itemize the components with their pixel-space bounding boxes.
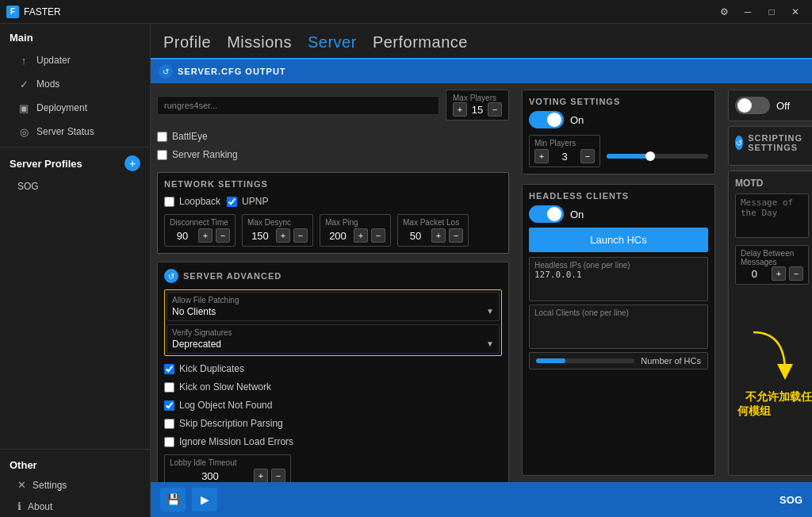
other-section: Other ✕ Settings ℹ About: [0, 449, 150, 517]
kick-duplicates-checkbox[interactable]: [164, 364, 174, 374]
network-settings-block: NETWORK SETTINGS Loopback UPNP: [157, 172, 509, 254]
launch-hcs-button[interactable]: Launch HCs: [529, 228, 708, 252]
max-ping-spinner: Max Ping 200 + −: [320, 214, 391, 247]
battleye-checkbox[interactable]: [157, 132, 167, 142]
delay-plus[interactable]: +: [772, 266, 786, 281]
sidebar-item-server-status[interactable]: ◎ Server Status: [0, 120, 150, 144]
about-label: About: [28, 501, 52, 512]
local-clients-textarea[interactable]: [534, 317, 703, 343]
app-title: FASTER: [24, 6, 714, 17]
maximize-btn[interactable]: □: [761, 4, 782, 20]
delay-minus[interactable]: −: [789, 266, 803, 281]
allow-file-patching-dropdown: Allow File Patching No Clients All Clien…: [167, 292, 500, 321]
loopback-row: Loopback: [164, 193, 220, 209]
ping-plus[interactable]: +: [354, 228, 368, 243]
min-players-minus[interactable]: −: [580, 149, 595, 163]
voting-slider-thumb[interactable]: [645, 151, 655, 161]
skip-description-checkbox[interactable]: [164, 419, 174, 429]
voting-toggle-label: On: [570, 114, 584, 126]
nav-tabs: Profile Missions Server Performance: [151, 24, 812, 59]
scripting-settings-block: ↺ SCRIPTING SETTINGS: [728, 126, 812, 166]
lobby-minus[interactable]: −: [271, 469, 285, 482]
settings-icon: ✕: [17, 479, 26, 491]
left-column: rungres4ser... Max Players + 15 −: [151, 83, 515, 482]
motd-textarea[interactable]: [735, 193, 809, 238]
log-object-checkbox[interactable]: [164, 400, 174, 411]
headless-ips-textarea[interactable]: 127.0.0.1: [534, 270, 703, 295]
settings-label: Settings: [33, 480, 67, 491]
disconnect-minus[interactable]: −: [216, 228, 230, 243]
disconnect-time-spinner: Disconnect Time 90 + −: [164, 214, 236, 247]
sidebar-item-about[interactable]: ℹ About: [0, 496, 150, 517]
tab-profile[interactable]: Profile: [163, 30, 211, 58]
packet-loss-plus[interactable]: +: [431, 228, 446, 243]
three-col-layout: rungres4ser... Max Players + 15 −: [151, 83, 812, 482]
lobby-plus[interactable]: +: [254, 469, 268, 482]
sidebar-profile-sog[interactable]: SOG: [0, 176, 150, 197]
profiles-section-label: Server Profiles: [10, 158, 124, 170]
tab-server[interactable]: Server: [308, 30, 357, 58]
toggle-knob-3: [737, 98, 752, 113]
headless-toggle[interactable]: [529, 205, 564, 223]
sidebar: Main ↑ Updater ✓ Mods ▣ Deployment ◎ Ser…: [0, 24, 151, 517]
headless-toggle-row: On: [529, 205, 708, 223]
desync-minus[interactable]: −: [293, 228, 308, 243]
server-advanced-title: SERVER ADVANCED: [183, 271, 282, 281]
upnp-checkbox[interactable]: [227, 197, 237, 207]
sidebar-item-settings[interactable]: ✕ Settings: [0, 474, 150, 496]
motd-title: MOTD: [735, 178, 809, 189]
main-content: Profile Missions Server Performance ↺ SE…: [151, 24, 812, 517]
headless-toggle-label: On: [570, 209, 584, 220]
voting-settings-block: VOTING SETTINGS On Min Players +: [522, 90, 715, 174]
number-of-hcs-block: Number of HCs: [529, 352, 708, 370]
right-toggle[interactable]: [735, 97, 770, 114]
ping-minus[interactable]: −: [371, 228, 385, 243]
kick-slow-network-label: Kick on Slow Network: [179, 381, 271, 393]
play-button[interactable]: ▶: [192, 488, 217, 511]
titlebar: F FASTER ⚙ ─ □ ✕: [0, 0, 812, 24]
min-players-plus[interactable]: +: [534, 149, 549, 163]
ignore-mission-checkbox[interactable]: [164, 437, 174, 447]
server-ranking-checkbox[interactable]: [157, 150, 167, 160]
max-players-plus[interactable]: −: [488, 102, 502, 117]
profiles-header: Server Profiles +: [0, 147, 150, 176]
voting-toggle-row: On: [529, 111, 708, 128]
sidebar-item-deployment[interactable]: ▣ Deployment: [0, 96, 150, 120]
save-button[interactable]: 💾: [160, 488, 186, 511]
kick-slow-network-checkbox[interactable]: [164, 382, 174, 393]
close-btn[interactable]: ✕: [785, 4, 806, 20]
upnp-row: UPNP: [227, 193, 268, 209]
minimize-btn[interactable]: ─: [737, 4, 758, 20]
mods-icon: ✓: [17, 78, 30, 90]
network-settings-title: NETWORK SETTINGS: [164, 179, 502, 189]
middle-column: VOTING SETTINGS On Min Players +: [515, 83, 722, 482]
allow-file-patching-select[interactable]: No Clients All Clients Headless Clients …: [172, 306, 494, 317]
max-players-minus[interactable]: +: [453, 102, 467, 117]
voting-slider-track[interactable]: [607, 154, 708, 159]
cfg-output-icon: ↺: [159, 64, 173, 79]
sidebar-item-updater[interactable]: ↑ Updater: [0, 48, 150, 72]
verify-signatures-select[interactable]: Deprecated Enabled Disabled: [172, 339, 494, 350]
battleye-label: BattlEye: [172, 131, 208, 142]
sidebar-main-title: Main: [0, 24, 150, 48]
motd-block: MOTD Delay Between Messages 0 + −: [728, 170, 812, 476]
hcs-slider[interactable]: [536, 358, 634, 363]
add-profile-button[interactable]: +: [124, 155, 140, 171]
deployment-icon: ▣: [17, 101, 30, 114]
voting-toggle[interactable]: [529, 111, 564, 128]
window-controls: ⚙ ─ □ ✕: [714, 4, 806, 20]
sidebar-item-label: Mods: [36, 79, 59, 90]
loopback-checkbox[interactable]: [164, 197, 174, 207]
main-layout: Main ↑ Updater ✓ Mods ▣ Deployment ◎ Ser…: [0, 24, 812, 517]
sidebar-item-mods[interactable]: ✓ Mods: [0, 72, 150, 96]
toggle-off-block: Off: [728, 90, 812, 121]
desync-plus[interactable]: +: [276, 228, 290, 243]
packet-loss-minus[interactable]: −: [449, 228, 463, 243]
disconnect-plus[interactable]: +: [198, 228, 213, 243]
max-desync-spinner: Max Desync 150 + −: [242, 214, 313, 247]
settings-btn[interactable]: ⚙: [714, 4, 734, 20]
sidebar-item-label: Deployment: [36, 102, 87, 113]
updater-icon: ↑: [17, 54, 30, 67]
tab-missions[interactable]: Missions: [227, 30, 292, 58]
tab-performance[interactable]: Performance: [373, 30, 468, 58]
